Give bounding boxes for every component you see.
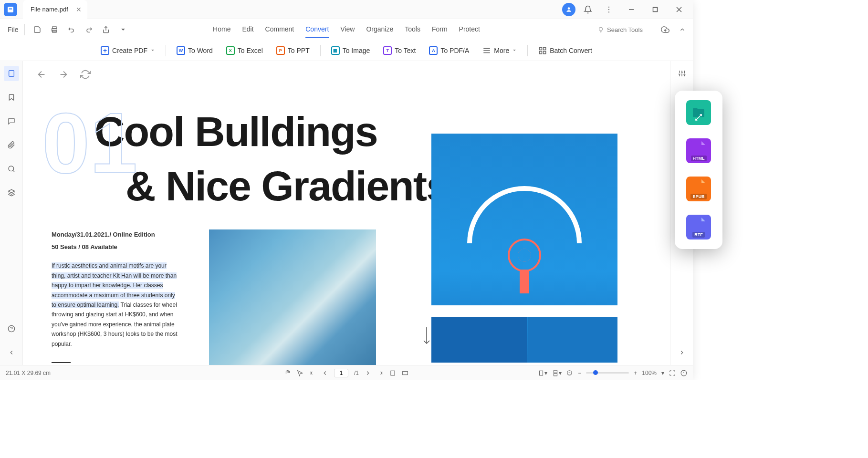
more-button[interactable]: More bbox=[480, 44, 520, 57]
zoom-dropdown-icon[interactable]: ▾ bbox=[661, 370, 664, 376]
svg-point-4 bbox=[608, 6, 609, 7]
redo-icon[interactable] bbox=[82, 23, 95, 36]
select-tool-icon[interactable] bbox=[297, 370, 303, 376]
attachments-icon[interactable] bbox=[4, 137, 19, 153]
close-window-button[interactable] bbox=[669, 1, 689, 18]
settings-sliders-icon[interactable] bbox=[674, 66, 690, 81]
tab-comment[interactable]: Comment bbox=[265, 21, 294, 38]
to-ppt-button[interactable]: P To PPT bbox=[273, 44, 313, 57]
svg-line-50 bbox=[699, 114, 701, 117]
hand-tool-icon[interactable] bbox=[284, 370, 291, 376]
svg-point-3 bbox=[568, 7, 570, 10]
status-bar: 21.01 X 29.69 cm /1 ▾ ▾ − + 100% ▾ bbox=[0, 365, 693, 380]
to-text-button[interactable]: T To Text bbox=[380, 44, 418, 57]
create-pdf-button[interactable]: + Create PDF bbox=[98, 44, 158, 57]
search-icon[interactable] bbox=[4, 161, 19, 177]
format-rtf-button[interactable]: RTF bbox=[686, 215, 711, 239]
menu-bar: File Home Edit Comment Convert View Orga… bbox=[0, 19, 693, 40]
zoom-out-icon[interactable] bbox=[566, 370, 573, 376]
menu-tabs: Home Edit Comment Convert View Organize … bbox=[213, 21, 480, 38]
to-image-button[interactable]: ▦ To Image bbox=[328, 44, 373, 57]
collapse-icon[interactable] bbox=[676, 23, 689, 36]
pdfa-icon: A bbox=[429, 46, 438, 55]
file-menu[interactable]: File bbox=[4, 24, 25, 35]
svg-marker-27 bbox=[8, 189, 14, 193]
next-page-icon[interactable] bbox=[365, 370, 371, 376]
search-tools[interactable] bbox=[597, 26, 655, 33]
minimize-button[interactable] bbox=[621, 1, 641, 18]
tab-convert[interactable]: Convert bbox=[305, 21, 329, 38]
zoom-increase[interactable]: + bbox=[634, 370, 637, 376]
tab-view[interactable]: View bbox=[340, 21, 355, 38]
chevron-down-icon bbox=[512, 48, 517, 53]
tab-home[interactable]: Home bbox=[213, 21, 230, 38]
comments-icon[interactable] bbox=[4, 114, 19, 129]
search-input[interactable] bbox=[607, 26, 655, 33]
nav-refresh-button[interactable] bbox=[80, 69, 91, 80]
tab-organize[interactable]: Organize bbox=[366, 21, 393, 38]
view-continuous-icon[interactable]: ▾ bbox=[552, 370, 562, 376]
svg-rect-1 bbox=[9, 8, 12, 9]
body-paragraph: If rustic aesthetics and animal motifs a… bbox=[52, 261, 180, 349]
nav-back-button[interactable] bbox=[36, 69, 47, 80]
page-number-input[interactable] bbox=[334, 369, 348, 377]
batch-convert-button[interactable]: Batch Convert bbox=[535, 44, 595, 57]
grid-icon bbox=[538, 46, 547, 55]
help-icon[interactable] bbox=[4, 321, 19, 336]
collapse-left-icon[interactable] bbox=[4, 345, 19, 360]
meta-line1: Monday/31.01.2021./ Online Edition bbox=[52, 229, 180, 240]
view-single-icon[interactable]: ▾ bbox=[538, 370, 547, 376]
convert-toolbar: + Create PDF W To Word X To Excel P To P… bbox=[0, 40, 693, 61]
format-label: EPUB bbox=[690, 194, 706, 199]
page-total: /1 bbox=[354, 370, 359, 376]
fullscreen-icon[interactable] bbox=[669, 370, 676, 376]
svg-rect-21 bbox=[544, 47, 546, 50]
to-word-button[interactable]: W To Word bbox=[174, 44, 216, 57]
tab-tools[interactable]: Tools bbox=[405, 21, 420, 38]
image-icon: ▦ bbox=[331, 46, 340, 55]
prev-page-icon[interactable] bbox=[322, 370, 328, 376]
nav-forward-button[interactable] bbox=[58, 69, 69, 80]
text-icon: T bbox=[383, 46, 392, 55]
to-excel-button[interactable]: X To Excel bbox=[223, 44, 266, 57]
svg-point-6 bbox=[608, 11, 609, 12]
fit-page-icon[interactable] bbox=[402, 370, 408, 376]
collapse-right-icon[interactable] bbox=[674, 345, 690, 360]
first-page-icon[interactable] bbox=[309, 370, 316, 376]
tab-form[interactable]: Form bbox=[432, 21, 448, 38]
left-sidebar bbox=[0, 61, 23, 365]
notifications-icon[interactable] bbox=[579, 1, 596, 18]
tab-edit[interactable]: Edit bbox=[242, 21, 253, 38]
thumbnails-icon[interactable] bbox=[4, 66, 19, 81]
menu-icon bbox=[482, 46, 491, 55]
format-epub-button[interactable]: EPUB bbox=[686, 177, 711, 201]
bookmarks-icon[interactable] bbox=[4, 90, 19, 105]
close-tab-icon[interactable]: ✕ bbox=[76, 6, 82, 13]
undo-icon[interactable] bbox=[65, 23, 78, 36]
save-icon[interactable] bbox=[31, 23, 44, 36]
format-folder-button[interactable] bbox=[686, 100, 711, 125]
body-rest: Trial classes for wheel throwing and gla… bbox=[52, 302, 177, 347]
file-tab[interactable]: File name.pdf ✕ bbox=[23, 0, 87, 19]
user-avatar[interactable] bbox=[562, 3, 575, 16]
fit-width-icon[interactable] bbox=[389, 370, 396, 376]
layers-icon[interactable] bbox=[4, 185, 19, 200]
zoom-decrease[interactable]: − bbox=[578, 370, 581, 376]
lightbulb-icon bbox=[597, 26, 604, 33]
zoom-slider[interactable] bbox=[586, 372, 629, 374]
cloud-upload-icon[interactable] bbox=[659, 23, 672, 36]
page-number-decoration: 01 bbox=[42, 94, 137, 192]
to-pdfa-button[interactable]: A To PDF/A bbox=[426, 44, 472, 57]
more-menu-icon[interactable] bbox=[600, 1, 617, 18]
tab-protect[interactable]: Protect bbox=[459, 21, 480, 38]
share-icon[interactable] bbox=[99, 23, 113, 36]
format-html-button[interactable]: HTML bbox=[686, 138, 711, 163]
svg-rect-41 bbox=[391, 371, 395, 375]
chevron-down-icon[interactable] bbox=[116, 23, 130, 36]
image-basketball-hoop bbox=[431, 134, 617, 363]
maximize-button[interactable] bbox=[645, 1, 665, 18]
pdf-page[interactable]: 01 Cool Bulldings & Nice Gradients Monda… bbox=[23, 88, 670, 365]
read-mode-icon[interactable] bbox=[680, 370, 687, 376]
print-icon[interactable] bbox=[48, 23, 61, 36]
last-page-icon[interactable] bbox=[377, 370, 384, 376]
